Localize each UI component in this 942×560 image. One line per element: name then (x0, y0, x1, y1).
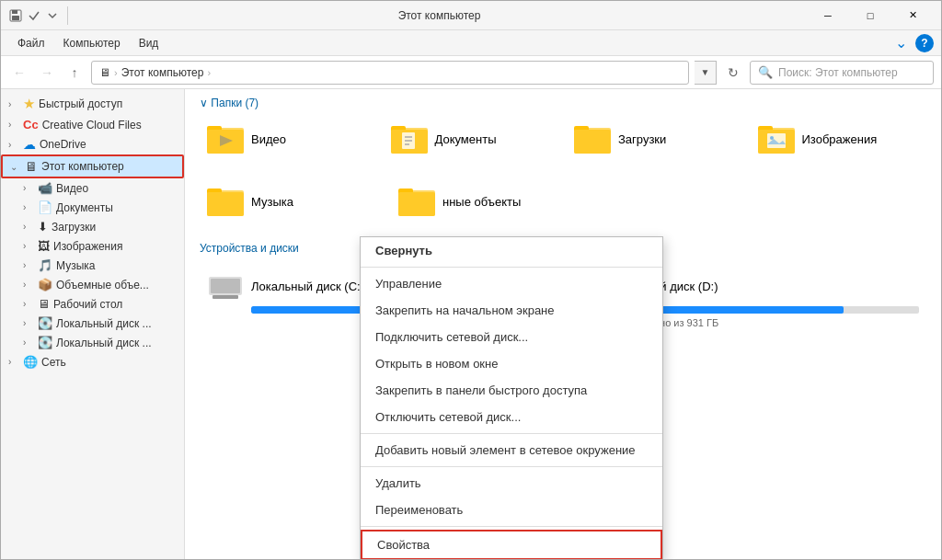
cc-icon: Cc (23, 118, 39, 131)
svg-rect-2 (12, 16, 19, 20)
title-bar: Этот компьютер ─ □ ✕ (1, 1, 941, 30)
path-text: Этот компьютер (121, 66, 204, 79)
close-button[interactable]: ✕ (891, 1, 934, 30)
up-button[interactable]: ↑ (63, 62, 86, 84)
folder-item-docs[interactable]: Документы (384, 117, 560, 161)
drive-d-size: 5 свободно из 931 ГБ (618, 317, 919, 328)
address-bar: ← → ↑ 🖥 › Этот компьютер › ▼ ↻ 🔍 Поиск: … (1, 56, 941, 89)
menu-view[interactable]: Вид (130, 33, 168, 53)
ctx-item-map-drive[interactable]: Подключить сетевой диск... (361, 324, 662, 350)
search-icon: 🔍 (758, 65, 773, 79)
folder-name-video: Видео (251, 132, 286, 146)
ctx-item-delete[interactable]: Удалить (361, 470, 662, 497)
sidebar-item-creative-cloud[interactable]: › Cc Creative Cloud Files (1, 115, 184, 134)
ctx-item-pin-start[interactable]: Закрепить на начальном экране (361, 297, 662, 324)
svg-rect-16 (574, 130, 611, 154)
collapse-ribbon-icon[interactable]: ⌄ (891, 34, 910, 52)
sidebar-item-docs[interactable]: › 📄 Документы (1, 198, 184, 217)
folder-icon-docs (391, 122, 428, 155)
refresh-button[interactable]: ↻ (722, 62, 744, 84)
svg-rect-24 (207, 192, 244, 216)
help-icon[interactable]: ? (915, 34, 934, 52)
ctx-item-add-network[interactable]: Добавить новый элемент в сетевое окружен… (361, 437, 662, 463)
music-icon: 🎵 (38, 258, 52, 272)
ctx-item-manage[interactable]: Управление (361, 270, 662, 297)
ctx-sep-2 (361, 433, 662, 434)
objects-arrow: › (23, 280, 34, 290)
ctx-item-disconnect[interactable]: Отключить сетевой диск... (361, 404, 662, 430)
ctx-item-properties[interactable]: Свойства (361, 530, 662, 559)
content-area: ∨ Папки (7) Видео (185, 89, 941, 559)
folder-item-video[interactable]: Видео (200, 117, 376, 161)
folder-item-images[interactable]: Изображения (751, 117, 927, 161)
images-icon: 🖼 (38, 239, 50, 253)
ctx-item-open-new[interactable]: Открыть в новом окне (361, 350, 662, 377)
sidebar-label-creative-cloud: Creative Cloud Files (42, 119, 142, 131)
video-arrow: › (23, 183, 34, 193)
sidebar: › ★ Быстрый доступ › Cc Creative Cloud F… (1, 89, 185, 559)
video-icon: 📹 (38, 181, 52, 195)
ctx-item-rename[interactable]: Переименовать (361, 497, 662, 523)
main-area: › ★ Быстрый доступ › Cc Creative Cloud F… (1, 89, 941, 559)
desktop-arrow: › (23, 299, 34, 309)
back-button[interactable]: ← (8, 62, 30, 84)
sidebar-item-objects[interactable]: › 📦 Объемные объе... (1, 275, 184, 294)
sidebar-item-video[interactable]: › 📹 Видео (1, 178, 184, 198)
sidebar-label-desktop: Рабочий стол (53, 298, 122, 311)
address-dropdown[interactable]: ▼ (695, 61, 717, 85)
drive-c-name: Локальный диск (C:) (251, 280, 364, 293)
sidebar-item-music[interactable]: › 🎵 Музыка (1, 256, 184, 275)
sidebar-label-video: Видео (56, 182, 88, 195)
sidebar-label-downloads: Загрузки (52, 221, 96, 234)
folder-icon-downloads (574, 122, 611, 155)
path-pc-icon: 🖥 (99, 66, 110, 79)
ctx-item-collapse[interactable]: Свернуть (361, 237, 662, 264)
maximize-button[interactable]: □ (849, 1, 891, 30)
pc-icon: 🖥 (25, 159, 38, 174)
sidebar-label-music: Музыка (56, 259, 95, 272)
this-pc-arrow: ⌄ (10, 162, 21, 172)
sidebar-item-this-pc[interactable]: ⌄ 🖥 Этот компьютер (1, 154, 184, 178)
folder-item-music[interactable]: Музыка (200, 179, 384, 223)
folder-icon-objects (398, 185, 435, 218)
sidebar-label-docs: Документы (56, 201, 113, 214)
ctx-item-pin-quick[interactable]: Закрепить в панели быстрого доступа (361, 377, 662, 404)
sidebar-item-quick-access[interactable]: › ★ Быстрый доступ (1, 93, 184, 115)
sidebar-item-onedrive[interactable]: › ☁ OneDrive (1, 134, 184, 154)
sidebar-label-images: Изображения (53, 240, 122, 253)
sidebar-item-disk-d[interactable]: › 💽 Локальный диск ... (1, 333, 184, 352)
minimize-button[interactable]: ─ (807, 1, 849, 30)
folder-name-images: Изображения (802, 132, 878, 146)
folder-item-objects[interactable]: нные объекты (391, 179, 575, 223)
folder-name-music: Музыка (251, 195, 293, 209)
save-icon[interactable] (8, 8, 23, 23)
folder-name-downloads: Загрузки (618, 132, 666, 146)
sidebar-item-images[interactable]: › 🖼 Изображения (1, 236, 184, 256)
objects-icon: 📦 (38, 278, 52, 291)
folders-row2: Музыка нные объекты (200, 179, 926, 223)
folder-icon-video (207, 122, 244, 155)
docs-arrow: › (23, 202, 34, 212)
images-arrow: › (23, 241, 34, 251)
search-box[interactable]: 🔍 Поиск: Этот компьютер (750, 61, 934, 85)
cc-arrow: › (8, 120, 19, 130)
menu-computer[interactable]: Компьютер (54, 33, 130, 53)
forward-button[interactable]: → (36, 62, 58, 84)
dropdown-icon[interactable] (45, 8, 60, 23)
menu-file[interactable]: Файл (8, 33, 54, 53)
sidebar-label-objects: Объемные объе... (56, 279, 149, 291)
titlebar-divider (67, 6, 68, 25)
disk-c-icon: 💽 (38, 316, 52, 330)
sidebar-item-desktop[interactable]: › 🖥 Рабочий стол (1, 294, 184, 314)
address-path[interactable]: 🖥 › Этот компьютер › (91, 61, 689, 85)
sidebar-item-network[interactable]: › 🌐 Сеть (1, 352, 184, 371)
sidebar-label-onedrive: OneDrive (40, 138, 86, 151)
docs-icon: 📄 (38, 200, 52, 214)
music-arrow: › (23, 260, 34, 270)
sidebar-item-disk-c[interactable]: › 💽 Локальный диск ... (1, 314, 184, 333)
folder-item-downloads[interactable]: Загрузки (567, 117, 743, 161)
disk-d-arrow: › (23, 337, 34, 348)
sidebar-item-downloads[interactable]: › ⬇ Загрузки (1, 217, 184, 236)
check-icon[interactable] (27, 8, 41, 23)
svg-rect-27 (398, 192, 435, 216)
